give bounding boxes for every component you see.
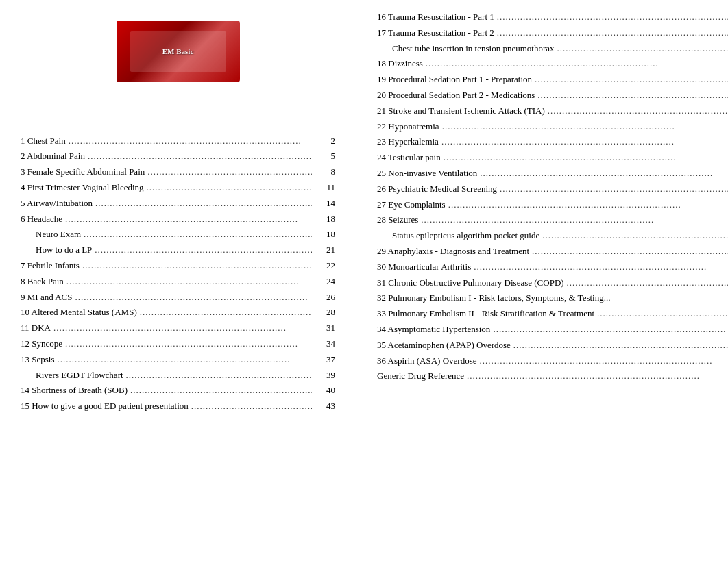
toc-entry: 8 Back Pain.............................…: [21, 275, 335, 289]
toc-page-number: 28: [315, 305, 335, 320]
toc-entry: 25 Non-invasive Ventilation.............…: [377, 166, 728, 181]
toc-label: 2 Abdominal Pain: [21, 149, 85, 164]
toc-dots: ........................................…: [69, 134, 312, 149]
toc-entry: 34 Asymptomatic Hypertension............…: [377, 323, 728, 337]
toc-dots: ........................................…: [444, 151, 728, 165]
toc-label: 6 Headache: [21, 212, 62, 227]
left-toc: 1 Chest Pain............................…: [21, 134, 335, 415]
toc-entry: 23 Hyperkalemia.........................…: [377, 135, 728, 149]
toc-entry: 15 How to give a good ED patient present…: [21, 399, 335, 414]
toc-page-number: 37: [315, 353, 335, 367]
toc-dots: ........................................…: [467, 369, 728, 384]
toc-page-number: 26: [315, 290, 335, 305]
toc-entry: Rivers EGDT Flowchart...................…: [21, 368, 335, 383]
toc-page-number: 31: [315, 321, 335, 336]
toc-label: 9 MI and ACS: [21, 290, 72, 305]
toc-page-number: 18: [315, 212, 335, 227]
toc-entry: Status epilepticus algorithm pocket guid…: [377, 229, 728, 243]
toc-dots: ........................................…: [66, 275, 312, 289]
toc-dots: ........................................…: [65, 212, 312, 227]
toc-entry: 35 Acetaminophen (APAP) Overdose........…: [377, 338, 728, 353]
toc-label: 13 Sepsis: [21, 353, 54, 367]
toc-page-number: 39: [315, 368, 335, 383]
toc-page-number: 14: [315, 197, 335, 211]
toc-dots: ...: [604, 291, 728, 305]
toc-label: 25 Non-invasive Ventilation: [377, 166, 477, 181]
toc-entry: 9 MI and ACS............................…: [21, 290, 335, 305]
toc-dots: ........................................…: [532, 245, 728, 259]
toc-dots: ........................................…: [537, 88, 728, 103]
toc-label: 28 Seizures: [377, 213, 418, 227]
toc-entry: 29 Anaphylaxis - Diagnosis and Treatment…: [377, 245, 728, 259]
toc-entry: 26 Psychiatric Medical Screening........…: [377, 182, 728, 197]
toc-label: Chest tube insertion in tension pneumoth…: [392, 42, 555, 56]
toc-label: 33 Pulmonary Embolism II - Risk Stratifi…: [377, 307, 594, 321]
toc-entry: 10 Altered Mental Status (AMS)..........…: [21, 305, 335, 320]
toc-entry: 33 Pulmonary Embolism II - Risk Stratifi…: [377, 307, 728, 321]
toc-label: 24 Testicular pain: [377, 151, 441, 165]
toc-entry: 17 Trauma Resuscitation - Part 2........…: [377, 26, 728, 40]
toc-dots: ........................................…: [65, 337, 312, 351]
toc-label: 21 Stroke and Transient Ischemic Attack …: [377, 104, 545, 118]
toc-dots: ........................................…: [426, 57, 728, 71]
toc-entry: 6 Headache..............................…: [21, 212, 335, 227]
toc-entry: 31 Chronic Obstructive Pulmonary Disease…: [377, 276, 728, 290]
toc-label: 32 Pulmonary Embolism I - Risk factors, …: [377, 291, 604, 305]
toc-dots: ........................................…: [147, 165, 312, 179]
toc-page-number: 43: [315, 399, 335, 414]
toc-entry: 3 Female Specific Abdominal Pain........…: [21, 165, 335, 179]
toc-entry: 30 Monoarticular Arthritis..............…: [377, 260, 728, 275]
toc-label: Generic Drug Reference: [377, 369, 464, 384]
toc-dots: ........................................…: [95, 197, 312, 211]
toc-dots: ........................................…: [421, 213, 728, 227]
toc-label: 30 Monoarticular Arthritis: [377, 260, 471, 275]
toc-page-number: 24: [315, 275, 335, 289]
toc-label: 27 Eye Complaints: [377, 198, 446, 212]
toc-label: 14 Shortness of Breath (SOB): [21, 384, 128, 398]
toc-dots: ........................................…: [597, 307, 728, 321]
toc-dots: ........................................…: [75, 290, 312, 305]
right-panel: 16 Trauma Resuscitation - Part 1........…: [356, 0, 728, 563]
toc-dots: ........................................…: [441, 135, 728, 149]
toc-entry: Chest tube insertion in tension pneumoth…: [377, 42, 728, 56]
toc-dots: ........................................…: [130, 384, 312, 398]
toc-dots: ........................................…: [126, 368, 312, 383]
toc-label: 1 Chest Pain: [21, 134, 66, 149]
toc-dots: ........................................…: [497, 26, 728, 40]
toc-dots: ........................................…: [448, 198, 728, 212]
toc-label: Rivers EGDT Flowchart: [36, 368, 123, 383]
toc-label: 11 DKA: [21, 321, 51, 336]
toc-dots: ........................................…: [84, 227, 312, 242]
toc-dots: ........................................…: [88, 149, 312, 164]
toc-dots: ........................................…: [442, 120, 728, 134]
toc-entry: 12 Syncope..............................…: [21, 337, 335, 351]
toc-label: 7 Febrile Infants: [21, 259, 80, 273]
toc-entry: 24 Testicular pain......................…: [377, 151, 728, 165]
logo-area: EM Basic: [21, 21, 335, 82]
toc-dots: ........................................…: [548, 104, 728, 118]
toc-label: 3 Female Specific Abdominal Pain: [21, 165, 145, 179]
toc-entry: 5 Airway/Intubation.....................…: [21, 197, 335, 211]
toc-label: 31 Chronic Obstructive Pulmonary Disease…: [377, 276, 564, 290]
toc-entry: 22 Hyponatremia.........................…: [377, 120, 728, 134]
toc-dots: ........................................…: [191, 399, 312, 414]
toc-dots: ........................................…: [513, 338, 728, 353]
toc-dots: ........................................…: [53, 321, 312, 336]
toc-dots: ........................................…: [480, 166, 728, 181]
toc-entry: 14 Shortness of Breath (SOB)............…: [21, 384, 335, 398]
toc-label: 16 Trauma Resuscitation - Part 1: [377, 10, 494, 25]
toc-label: 10 Altered Mental Status (AMS): [21, 305, 137, 320]
toc-dots: ........................................…: [535, 73, 728, 87]
toc-label: 17 Trauma Resuscitation - Part 2: [377, 26, 494, 40]
logo-image: EM Basic: [117, 21, 240, 82]
toc-entry: 28 Seizures.............................…: [377, 213, 728, 227]
author-info: [21, 100, 335, 112]
toc-dots: ........................................…: [493, 323, 728, 337]
toc-entry: 4 First Trimester Vaginal Bleeding......…: [21, 181, 335, 195]
toc-entry: 13 Sepsis...............................…: [21, 353, 335, 367]
toc-entry: 1 Chest Pain............................…: [21, 134, 335, 149]
logo-text: EM Basic: [162, 47, 194, 55]
toc-entry: 18 Dizziness............................…: [377, 57, 728, 71]
toc-page-number: 5: [315, 149, 335, 164]
toc-dots: ........................................…: [480, 354, 728, 368]
